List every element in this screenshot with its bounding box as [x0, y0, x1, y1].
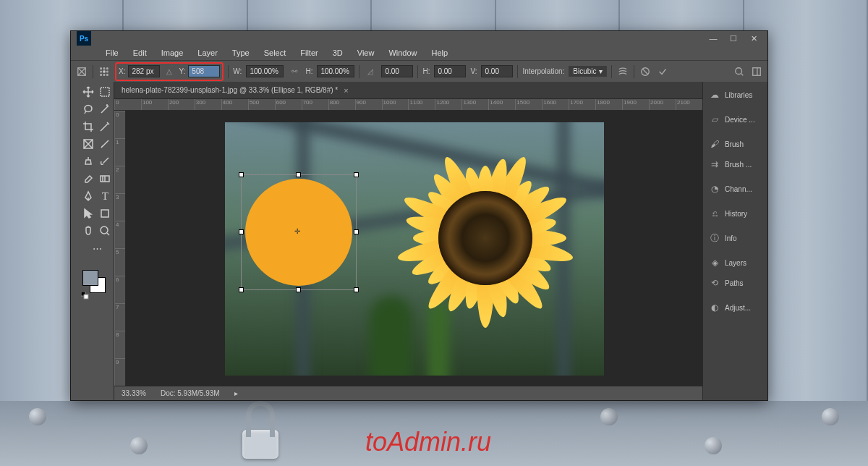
panel-chann[interactable]: ◔Chann... — [703, 179, 767, 199]
move-tool[interactable] — [80, 83, 97, 101]
menu-type[interactable]: Type — [226, 47, 255, 59]
type-tool[interactable]: T — [97, 187, 114, 205]
w-input[interactable] — [246, 65, 284, 77]
y-label: Y: — [179, 67, 185, 75]
search-icon[interactable] — [733, 65, 746, 78]
canvas-area[interactable] — [126, 111, 702, 386]
workspace: T ⋯ helena-plate-782399-unsplash-1.jpg @… — [71, 82, 767, 400]
warp-icon[interactable] — [616, 65, 629, 78]
panel-history[interactable]: ⎌History — [703, 203, 767, 224]
libraries-icon: ☁ — [709, 89, 720, 101]
device-icon: ▱ — [709, 114, 720, 125]
brush-icon: 🖌 — [709, 138, 720, 150]
eraser-tool[interactable] — [80, 170, 97, 187]
marquee-tool[interactable] — [97, 83, 114, 101]
y-input[interactable] — [188, 65, 220, 77]
panel-info[interactable]: ⓘInfo — [703, 228, 767, 248]
skew-h-input[interactable] — [434, 65, 466, 77]
menu-layer[interactable]: Layer — [192, 47, 224, 59]
panel-brush[interactable]: ⇉Brush ... — [703, 154, 767, 174]
handle-top-right[interactable] — [354, 172, 359, 177]
h-input[interactable] — [317, 65, 354, 77]
doc-size[interactable]: Doc: 5.93M/5.93M — [161, 389, 220, 397]
photoshop-logo-icon: Ps — [77, 31, 91, 46]
pen-tool[interactable] — [80, 187, 97, 205]
reference-point-icon[interactable] — [98, 65, 111, 78]
delta-icon[interactable]: △ — [163, 65, 176, 78]
transform-bounding-box[interactable] — [241, 174, 357, 290]
panel-paths[interactable]: ⟲Paths — [703, 273, 767, 293]
shape-tool[interactable] — [97, 205, 114, 222]
close-tab-icon[interactable]: × — [344, 86, 348, 95]
path-selection-tool[interactable] — [80, 205, 97, 222]
menu-edit[interactable]: Edit — [127, 47, 153, 59]
right-panels: ☁Libraries▱Device ...🖌Brush⇉Brush ...◔Ch… — [702, 82, 767, 400]
svg-rect-12 — [753, 67, 761, 75]
eyedropper-tool[interactable] — [97, 118, 114, 135]
crop-tool[interactable] — [80, 118, 97, 135]
x-input[interactable] — [128, 65, 160, 77]
commit-transform-icon[interactable] — [656, 65, 669, 78]
handle-mid-left[interactable] — [239, 229, 244, 234]
maximize-button[interactable]: ☐ — [728, 33, 739, 43]
color-swatches[interactable] — [80, 270, 114, 299]
menu-help[interactable]: Help — [426, 47, 454, 59]
menu-view[interactable]: View — [352, 47, 380, 59]
menu-image[interactable]: Image — [156, 47, 190, 59]
foreground-swatch[interactable] — [82, 270, 98, 286]
svg-point-7 — [101, 74, 102, 75]
minimize-button[interactable]: — — [708, 33, 718, 43]
handle-top-center[interactable] — [296, 172, 301, 177]
brush-tool[interactable] — [97, 135, 114, 153]
menu-filter[interactable]: Filter — [294, 47, 323, 59]
link-icon[interactable]: ⚯ — [288, 65, 301, 78]
statusbar-arrow-icon[interactable]: ▸ — [234, 389, 238, 397]
default-swatch-icon[interactable] — [81, 290, 90, 299]
skew-v-input[interactable] — [481, 65, 513, 77]
menu-window[interactable]: Window — [383, 47, 422, 59]
edit-toolbar[interactable]: ⋯ — [80, 240, 114, 257]
lasso-tool[interactable] — [80, 101, 97, 118]
magic-wand-tool[interactable] — [97, 101, 114, 118]
handle-bottom-left[interactable] — [239, 287, 244, 292]
menu-select[interactable]: Select — [258, 47, 292, 59]
interp-dropdown[interactable]: Bicubic▾ — [569, 66, 606, 77]
workspace-icon[interactable] — [750, 65, 763, 78]
toolbox: T ⋯ — [80, 82, 114, 400]
handle-center[interactable] — [296, 229, 301, 234]
handle-bottom-right[interactable] — [354, 287, 359, 292]
panel-device[interactable]: ▱Device ... — [703, 109, 767, 130]
zoom-level[interactable]: 33.33% — [122, 389, 146, 397]
handle-top-left[interactable] — [239, 172, 244, 177]
skew-h-label: H: — [422, 67, 430, 75]
x-label: X: — [119, 67, 125, 75]
svg-rect-13 — [101, 88, 109, 96]
clone-stamp-tool[interactable] — [80, 153, 97, 170]
svg-point-9 — [107, 74, 109, 75]
menu-file[interactable]: File — [100, 47, 124, 59]
document-canvas[interactable] — [225, 122, 604, 376]
frame-tool[interactable] — [80, 135, 97, 153]
panel-layers[interactable]: ◈Layers — [703, 253, 767, 273]
document-tab[interactable]: helena-plate-782399-unsplash-1.jpg @ 33.… — [114, 82, 702, 99]
handle-bottom-center[interactable] — [296, 287, 301, 292]
transform-tool-icon[interactable] — [75, 65, 88, 78]
options-bar: X: △ Y: W: ⚯ H: ◿ H: V: Interpolation: B… — [71, 60, 767, 82]
history-brush-tool[interactable] — [97, 153, 114, 170]
cancel-transform-icon[interactable] — [639, 65, 652, 78]
zoom-tool[interactable] — [97, 222, 114, 240]
gradient-tool[interactable] — [97, 170, 114, 187]
panel-brush[interactable]: 🖌Brush — [703, 134, 767, 154]
angle-input[interactable] — [381, 65, 413, 77]
panel-libraries[interactable]: ☁Libraries — [703, 85, 767, 105]
panel-adjust[interactable]: ◐Adjust... — [703, 297, 767, 318]
titlebar: Ps — ☐ ✕ — [71, 31, 767, 46]
menu-3d[interactable]: 3D — [327, 47, 349, 59]
handle-mid-right[interactable] — [354, 229, 359, 234]
w-label: W: — [233, 67, 242, 75]
ruler-horizontal: 0100200300400500600700800900100011001200… — [114, 99, 702, 111]
close-button[interactable]: ✕ — [749, 33, 759, 43]
layers-icon: ◈ — [709, 257, 720, 268]
svg-point-11 — [736, 67, 742, 74]
hand-tool[interactable] — [80, 222, 97, 240]
